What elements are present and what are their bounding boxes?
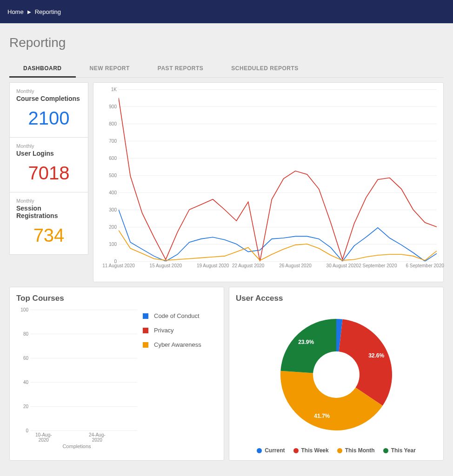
line-series-session-registrations <box>119 230 437 260</box>
metric-value: 7018 <box>16 163 81 184</box>
line-xtick: 6 September 2020 <box>406 263 444 268</box>
top-courses-card: Top Courses 020406080100 10-Aug-202024-A… <box>9 287 224 461</box>
legend-label: Cyber Awareness <box>154 341 201 348</box>
tab-past-reports[interactable]: PAST REPORTS <box>144 60 217 77</box>
legend-swatch <box>143 313 148 319</box>
legend-item: This Year <box>383 447 416 454</box>
user-access-title: User Access <box>236 294 437 303</box>
tab-dashboard[interactable]: DASHBOARD <box>9 60 76 78</box>
bar-ytick: 20 <box>23 404 28 409</box>
legend-label: Privacy <box>154 327 174 334</box>
top-courses-title: Top Courses <box>16 294 217 303</box>
legend-swatch <box>143 342 148 348</box>
legend-label: This Year <box>391 447 416 454</box>
legend-item: Code of Conduct <box>143 312 217 319</box>
bar-ytick: 40 <box>23 380 28 385</box>
legend-label: This Month <box>345 447 375 454</box>
line-xtick: 22 August 2020 <box>232 263 265 268</box>
metric-user-logins: MonthlyUser Logins7018 <box>9 138 88 192</box>
donut-slice-this-week <box>339 319 392 406</box>
legend-item: This Month <box>337 447 375 454</box>
line-ytick: 200 <box>109 225 117 230</box>
line-ytick: 600 <box>109 156 117 161</box>
tab-scheduled-reports[interactable]: SCHEDULED REPORTS <box>217 60 313 77</box>
bar-ytick: 80 <box>23 331 28 337</box>
metric-session-registrations: MonthlySession Registrations734 <box>9 192 88 255</box>
breadcrumb: Home ▶ Reporting <box>0 0 453 23</box>
line-ytick: 300 <box>109 207 117 212</box>
line-ytick: 100 <box>109 242 117 247</box>
line-ytick: 800 <box>109 121 117 126</box>
legend-label: Code of Conduct <box>154 312 200 319</box>
line-ytick: 900 <box>109 104 117 109</box>
donut-slice-label: 23.9% <box>298 339 314 345</box>
bar-xtick <box>111 432 138 440</box>
metric-name: Course Completions <box>16 95 81 102</box>
user-access-legend: CurrentThis WeekThis MonthThis Year <box>257 447 416 454</box>
line-ytick: 400 <box>109 190 117 195</box>
legend-swatch <box>143 328 148 333</box>
breadcrumb-current: Reporting <box>35 8 61 15</box>
metric-name: Session Registrations <box>16 205 81 219</box>
line-series-user-logins <box>119 98 437 262</box>
metric-value: 2100 <box>16 108 81 129</box>
bar-x-axis-title: Completions <box>16 443 137 449</box>
bar-ytick: 60 <box>23 356 28 361</box>
metric-value: 734 <box>16 225 81 246</box>
legend-label: Current <box>265 447 285 454</box>
line-xtick: 11 August 2020 <box>102 263 135 268</box>
legend-item: Cyber Awareness <box>143 341 217 348</box>
donut-slice-label: 32.6% <box>368 352 384 359</box>
bar-ytick: 0 <box>26 428 28 433</box>
metric-name: User Logins <box>16 150 81 157</box>
tab-new-report[interactable]: NEW REPORT <box>76 60 144 77</box>
legend-dot <box>257 448 262 453</box>
line-ytick: 500 <box>109 173 117 178</box>
bar-ytick: 100 <box>20 307 28 312</box>
line-ytick: 1K <box>111 87 117 92</box>
legend-dot <box>293 448 299 453</box>
metric-period: Monthly <box>16 143 81 149</box>
legend-item: This Week <box>293 447 329 454</box>
line-xtick: 15 August 2020 <box>150 263 182 268</box>
metrics-column: MonthlyCourse Completions2100MonthlyUser… <box>9 82 88 282</box>
breadcrumb-home[interactable]: Home <box>7 8 24 15</box>
line-xtick: 19 August 2020 <box>197 263 229 268</box>
legend-item: Privacy <box>143 327 217 334</box>
metric-period: Monthly <box>16 88 81 94</box>
bar-xtick: 10-Aug-2020 <box>30 432 57 440</box>
metric-period: Monthly <box>16 198 81 204</box>
legend-dot <box>383 448 388 453</box>
user-access-card: User Access 32.6%41.7%23.9% CurrentThis … <box>229 287 444 461</box>
page-title: Reporting <box>9 35 444 50</box>
line-ytick: 700 <box>109 139 117 144</box>
line-series-course-completions <box>119 210 437 261</box>
chevron-right-icon: ▶ <box>27 9 31 14</box>
line-xtick: 2 September 2020 <box>359 263 397 268</box>
legend-dot <box>337 448 342 453</box>
line-xtick: 26 August 2020 <box>279 263 312 268</box>
legend-item: Current <box>257 447 285 454</box>
donut-slice-this-year <box>280 319 336 373</box>
monthly-line-chart-card: 01002003004005006007008009001K 11 August… <box>93 82 444 282</box>
bar-xtick <box>57 432 84 440</box>
donut-slice-label: 41.7% <box>314 413 330 419</box>
bar-xtick: 24-Aug-2020 <box>84 432 111 440</box>
user-access-donut-chart: 32.6%41.7%23.9% <box>262 310 411 440</box>
line-xtick: 30 August 2020 <box>326 263 359 268</box>
legend-label: This Week <box>301 447 329 454</box>
tabs: DASHBOARDNEW REPORTPAST REPORTSSCHEDULED… <box>9 60 444 78</box>
top-courses-legend: Code of ConductPrivacyCyber Awareness <box>143 310 217 449</box>
metric-course-completions: MonthlyCourse Completions2100 <box>9 82 88 138</box>
